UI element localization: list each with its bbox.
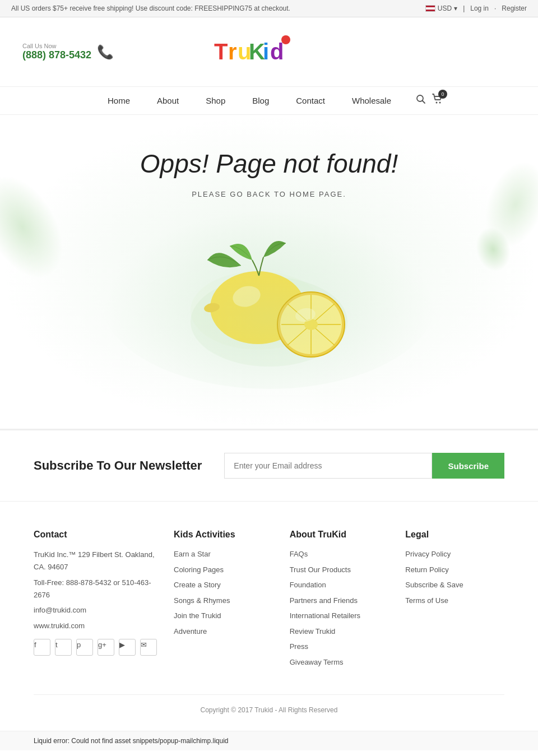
logo-svg: T r u K i d <box>208 29 298 73</box>
footer-press[interactable]: Press <box>290 641 389 652</box>
nav-icons: 0 <box>416 93 444 108</box>
footer-website[interactable]: www.trukid.com <box>34 620 157 632</box>
page-title: Opps! Page not found! <box>140 149 398 179</box>
nav-about[interactable]: About <box>143 87 192 114</box>
top-bar: All US orders $75+ receive free shipping… <box>0 0 538 17</box>
header-contact: Call Us Now (888) 878-5432 📞 <box>22 43 114 61</box>
us-flag-icon <box>425 5 435 12</box>
footer-bottom: Copyright © 2017 Trukid - All Rights Res… <box>34 694 504 714</box>
pinterest-icon[interactable]: p <box>76 639 93 656</box>
search-icon <box>416 94 426 104</box>
nav-wholesale[interactable]: Wholesale <box>338 87 405 114</box>
youtube-icon[interactable]: ▶ <box>119 639 136 656</box>
header: Call Us Now (888) 878-5432 📞 T r u K i d <box>0 17 538 86</box>
footer-songs-rhymes[interactable]: Songs & Rhymes <box>174 595 273 606</box>
facebook-icon[interactable]: f <box>34 639 50 656</box>
svg-point-10 <box>439 102 441 104</box>
svg-text:i: i <box>263 39 269 64</box>
phone-number[interactable]: (888) 878-5432 <box>22 49 91 61</box>
footer-giveaway-terms[interactable]: Giveaway Terms <box>290 657 389 668</box>
hero-content: Opps! Page not found! PLEASE GO BACK TO … <box>140 149 398 198</box>
footer-adventure[interactable]: Adventure <box>174 626 273 637</box>
footer-coloring-pages[interactable]: Coloring Pages <box>174 564 273 576</box>
footer-foundation[interactable]: Foundation <box>290 579 389 591</box>
social-icons: f t p g+ ▶ ✉ <box>34 639 157 660</box>
footer-review-trukid[interactable]: Review Trukid <box>290 626 389 637</box>
footer-legal-column: Legal Privacy Policy Return Policy Subsc… <box>405 530 504 672</box>
logo-area[interactable]: T r u K i d <box>208 29 298 75</box>
footer-legal-title: Legal <box>405 530 504 540</box>
footer-partners[interactable]: Partners and Friends <box>290 595 389 606</box>
watercolor-bg <box>101 210 437 389</box>
footer-tollfree: Toll-Free: 888-878-5432 or 510-463-2676 <box>34 577 157 601</box>
newsletter-email-input[interactable] <box>224 453 432 479</box>
svg-text:d: d <box>270 39 284 64</box>
nav-blog[interactable]: Blog <box>239 87 282 114</box>
footer-create-story[interactable]: Create a Story <box>174 579 273 591</box>
nav-items: Home About Shop Blog Contact Wholesale <box>94 87 405 114</box>
svg-line-8 <box>423 101 425 104</box>
newsletter-form: Subscribe <box>224 453 504 479</box>
currency-selector[interactable]: USD ▾ <box>425 4 457 12</box>
phone-icon: 📞 <box>97 44 114 60</box>
lemon-illustration <box>101 210 437 389</box>
newsletter-subscribe-button[interactable]: Subscribe <box>432 453 504 479</box>
svg-point-9 <box>436 102 438 104</box>
footer-trust-products[interactable]: Trust Our Products <box>290 564 389 576</box>
newsletter-section: Subscribe To Our Newsletter Subscribe <box>0 429 538 501</box>
promo-text: All US orders $75+ receive free shipping… <box>11 4 290 12</box>
footer-join-trukid[interactable]: Join the Trukid <box>174 610 273 622</box>
footer-international-retailers[interactable]: International Retailers <box>290 610 389 622</box>
nav-shop[interactable]: Shop <box>192 87 239 114</box>
footer-terms-of-use[interactable]: Terms of Use <box>405 595 504 606</box>
top-bar-right: USD ▾ | Log in · Register <box>425 4 527 12</box>
footer-contact-title: Contact <box>34 530 157 540</box>
liquid-error: Liquid error: Could not find asset snipp… <box>0 731 538 750</box>
footer-privacy-policy[interactable]: Privacy Policy <box>405 549 504 560</box>
footer-kids-title: Kids Activities <box>174 530 273 540</box>
subtitle-text: PLEASE GO BACK TO <box>192 190 286 198</box>
svg-text:r: r <box>228 39 237 64</box>
footer-email[interactable]: info@trukid.com <box>34 605 157 616</box>
search-button[interactable] <box>416 94 426 107</box>
instagram-icon[interactable]: ✉ <box>140 639 157 656</box>
copyright-text: Copyright © 2017 Trukid - All Rights Res… <box>201 706 338 714</box>
footer-earn-star[interactable]: Earn a Star <box>174 549 273 560</box>
footer: Contact TruKid Inc.™ 129 Filbert St. Oak… <box>0 501 538 731</box>
login-link[interactable]: Log in <box>470 4 489 12</box>
call-label: Call Us Now <box>22 43 91 49</box>
nav-home[interactable]: Home <box>94 87 143 114</box>
googleplus-icon[interactable]: g+ <box>98 639 114 656</box>
footer-about-title: About TruKid <box>290 530 389 540</box>
footer-kids-activities-column: Kids Activities Earn a Star Coloring Pag… <box>174 530 273 672</box>
main-nav: Home About Shop Blog Contact Wholesale 0 <box>0 86 538 115</box>
footer-subscribe-save[interactable]: Subscribe & Save <box>405 579 504 591</box>
hero-section: Opps! Page not found! PLEASE GO BACK TO … <box>0 115 538 429</box>
cart-badge: 0 <box>438 90 447 99</box>
footer-columns: Contact TruKid Inc.™ 129 Filbert St. Oak… <box>34 530 504 672</box>
newsletter-title: Subscribe To Our Newsletter <box>34 458 202 473</box>
svg-point-6 <box>281 35 290 44</box>
home-link[interactable]: HOME PAGE. <box>289 190 346 198</box>
currency-label: USD <box>438 4 452 12</box>
footer-address: TruKid Inc.™ 129 Filbert St. Oakland, CA… <box>34 549 157 573</box>
footer-contact-column: Contact TruKid Inc.™ 129 Filbert St. Oak… <box>34 530 157 672</box>
nav-contact[interactable]: Contact <box>282 87 338 114</box>
footer-return-policy[interactable]: Return Policy <box>405 564 504 576</box>
register-link[interactable]: Register <box>502 4 527 12</box>
hero-subtitle: PLEASE GO BACK TO HOME PAGE. <box>140 190 398 198</box>
currency-chevron-icon: ▾ <box>454 4 457 12</box>
svg-text:T: T <box>214 39 228 64</box>
twitter-icon[interactable]: t <box>55 639 72 656</box>
footer-about-column: About TruKid FAQs Trust Our Products Fou… <box>290 530 389 672</box>
footer-faqs[interactable]: FAQs <box>290 549 389 560</box>
cart-button[interactable]: 0 <box>432 93 444 108</box>
